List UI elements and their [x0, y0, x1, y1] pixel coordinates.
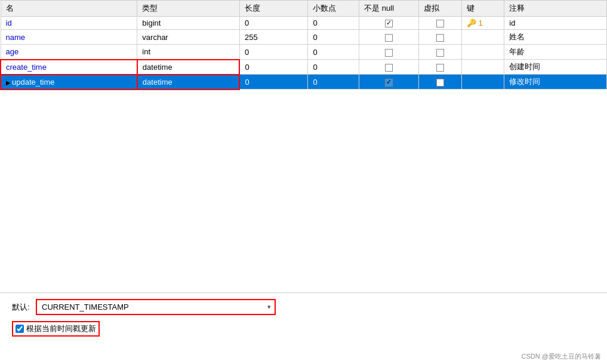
- cell-field-type: bigint: [137, 17, 240, 30]
- cell-field-key: 🔑 1: [461, 17, 504, 30]
- cell-field-length: 0: [239, 75, 307, 90]
- cell-field-decimal: 0: [308, 60, 359, 75]
- update-checkbox[interactable]: [16, 325, 24, 333]
- cell-field-name: age: [1, 45, 137, 60]
- cell-field-notnull[interactable]: [359, 17, 419, 30]
- cell-field-notnull[interactable]: [359, 30, 419, 45]
- cell-field-type: datetime: [137, 60, 240, 75]
- cell-field-length: 0: [239, 17, 307, 30]
- cell-field-length: 255: [239, 30, 307, 45]
- cell-field-comment: 年龄: [504, 45, 607, 60]
- table-row[interactable]: idbigint00🔑 1id: [1, 17, 607, 30]
- default-select-wrapper: CURRENT_TIMESTAMPNULL ▾: [36, 299, 276, 315]
- cell-field-virtual[interactable]: [419, 45, 462, 60]
- cell-field-virtual[interactable]: [419, 60, 462, 75]
- cell-field-virtual[interactable]: [419, 17, 462, 30]
- header-length: 长度: [239, 1, 307, 17]
- watermark: CSDN @爱吃土豆的马铃薯: [522, 352, 601, 361]
- header-virtual: 虚拟: [419, 1, 462, 17]
- cell-field-virtual[interactable]: [419, 30, 462, 45]
- cell-field-name: name: [1, 30, 137, 45]
- cell-field-type: datetime: [137, 75, 240, 90]
- table-row[interactable]: namevarchar2550姓名: [1, 30, 607, 45]
- cell-field-notnull[interactable]: [359, 75, 419, 90]
- fields-table: 名 类型 长度 小数点 不是 null 虚拟 键 注释 idbigint00🔑 …: [0, 0, 607, 90]
- cell-field-comment: 修改时间: [504, 75, 607, 90]
- table-row[interactable]: create_timedatetime00创建时间: [1, 60, 607, 75]
- header-comment: 注释: [504, 1, 607, 17]
- cell-field-decimal: 0: [308, 75, 359, 90]
- table-header-row: 名 类型 长度 小数点 不是 null 虚拟 键 注释: [1, 1, 607, 17]
- cell-field-key: [461, 45, 504, 60]
- header-name: 名: [1, 1, 137, 17]
- cell-field-name: update_time: [1, 75, 137, 90]
- cell-field-key: [461, 75, 504, 90]
- cell-field-comment: id: [504, 17, 607, 30]
- cell-field-comment: 创建时间: [504, 60, 607, 75]
- cell-field-name: id: [1, 17, 137, 30]
- default-row: 默认: CURRENT_TIMESTAMPNULL ▾: [12, 299, 595, 315]
- default-label: 默认:: [12, 302, 30, 313]
- update-checkbox-wrapper: 根据当前时间戳更新: [12, 321, 100, 337]
- cell-field-type: int: [137, 45, 240, 60]
- cell-field-name: create_time: [1, 60, 137, 75]
- update-checkbox-row: 根据当前时间戳更新: [12, 321, 595, 337]
- header-decimal: 小数点: [308, 1, 359, 17]
- cell-field-notnull[interactable]: [359, 60, 419, 75]
- cell-field-decimal: 0: [308, 45, 359, 60]
- cell-field-notnull[interactable]: [359, 45, 419, 60]
- cell-field-comment: 姓名: [504, 30, 607, 45]
- cell-field-virtual[interactable]: [419, 75, 462, 90]
- header-type: 类型: [137, 1, 240, 17]
- cell-field-decimal: 0: [308, 30, 359, 45]
- update-label: 根据当前时间戳更新: [26, 323, 96, 334]
- table-row[interactable]: update_timedatetime00修改时间: [1, 75, 607, 90]
- default-select[interactable]: CURRENT_TIMESTAMPNULL: [37, 300, 264, 314]
- table-row[interactable]: ageint00年龄: [1, 45, 607, 60]
- cell-field-length: 0: [239, 45, 307, 60]
- cell-field-decimal: 0: [308, 17, 359, 30]
- chevron-down-icon: ▾: [264, 301, 275, 313]
- cell-field-key: [461, 30, 504, 45]
- header-key: 键: [461, 1, 504, 17]
- cell-field-type: varchar: [137, 30, 240, 45]
- bottom-panel: 默认: CURRENT_TIMESTAMPNULL ▾ 根据当前时间戳更新: [0, 292, 607, 364]
- cell-field-length: 0: [239, 60, 307, 75]
- table-container: 名 类型 长度 小数点 不是 null 虚拟 键 注释 idbigint00🔑 …: [0, 0, 607, 292]
- header-notnull: 不是 null: [359, 1, 419, 17]
- cell-field-key: [461, 60, 504, 75]
